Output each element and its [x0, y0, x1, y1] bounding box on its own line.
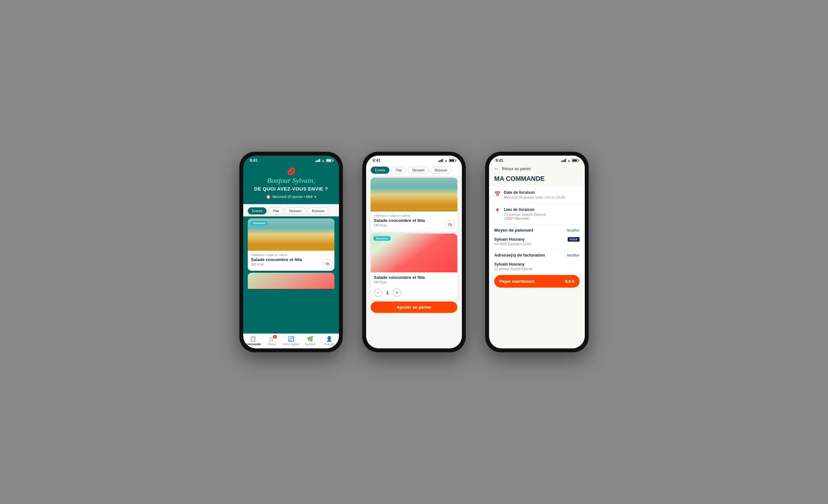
nav-commander-label: Commander [244, 343, 261, 346]
time-3: 9:41 [496, 158, 503, 163]
pay-amount: 9,6 € [565, 279, 574, 284]
tab-entree-2[interactable]: Entrée [371, 167, 389, 174]
bottom-nav: 📋 Commander 🛒 1 Panier 🔄 Déconsigner [243, 334, 339, 348]
tab-plat-1[interactable]: Plat [268, 207, 283, 214]
delivery-place-label: Lieu de livraison [504, 207, 546, 212]
nav-compte[interactable]: 👤 Compte [320, 336, 339, 346]
card-number: •••• 9605 Expiration 12/22 [494, 242, 580, 246]
payment-title: Moyen de paiement [494, 228, 533, 233]
status-bar-1: 9:41 ▲ [243, 156, 339, 164]
food-kcal-2b: 540 Kcal [374, 281, 454, 284]
calendar-icon: 📅 [494, 191, 501, 197]
date-text: Mercredi 20 janvier • Midi [273, 195, 313, 199]
nav-panier-label: Panier [268, 343, 276, 346]
delivery-place-line1: 13 avenue Joseph Étienne [504, 213, 546, 216]
quantity-value: 1 [386, 290, 389, 295]
decrease-qty-btn[interactable]: − [374, 289, 382, 297]
phone-2: 9:41 ▲ Entrée Plat Dessert Boisson [362, 152, 466, 352]
payment-card-section: Sylvain Hourany VISA •••• 9605 Expiratio… [489, 235, 585, 249]
billing-header: Adresse(s) de facturation Modifier [489, 249, 585, 259]
wifi-icon-2: ▲ [444, 159, 448, 162]
payment-holder-name: Sylvain Hourany [494, 237, 525, 242]
food-name-2a: Salade concombre et fêta [374, 218, 454, 223]
nutrition-icon: 🌿 [307, 336, 314, 342]
food-card-1b[interactable] [248, 273, 334, 289]
back-label: Retour au panier [502, 167, 531, 171]
food-tag-1: Athlétique • Léger en calorie [251, 253, 331, 256]
status-bar-3: 9:41 ▲ [489, 156, 585, 164]
add-to-cart-button[interactable]: Ajouter au panier [371, 301, 457, 313]
clock-icon: ⏰ [266, 195, 271, 199]
wifi-icon-1: ▲ [322, 159, 325, 162]
order-title: MA COMMANDE [489, 175, 585, 186]
chevron-icon: ▾ [315, 195, 316, 199]
delivery-place-section: 📍 Lieu de livraison 13 avenue Joseph Éti… [489, 204, 585, 224]
nav-deconsigner[interactable]: 🔄 Déconsigner [281, 336, 300, 346]
category-tabs-1: Entrée Plat Dessert Boisson [243, 204, 339, 216]
tab-boisson-1[interactable]: Boisson [307, 207, 329, 214]
wifi-icon-3: ▲ [567, 159, 571, 162]
lips-icon: 💋 [249, 167, 333, 176]
phone-1: 9:41 ▲ 💋 Bonjour Sylvain, DE QUOI AVEZ-V… [239, 152, 343, 352]
payment-header: Moyen de paiement Modifier [489, 224, 585, 235]
category-tabs-2: Entrée Plat Dessert Boisson [366, 164, 462, 176]
panier-badge: 1 [273, 335, 277, 339]
tab-dessert-1[interactable]: Dessert [285, 207, 306, 214]
nav-panier[interactable]: 🛒 1 Panier [262, 336, 281, 346]
billing-name: Sylvain Hourany [494, 262, 580, 266]
phone-3: 9:41 ▲ ← Retour au panier MA COMMANDE [485, 152, 589, 352]
battery-icon-1 [326, 159, 332, 162]
location-icon: 📍 [494, 208, 501, 214]
billing-card-section: Sylvain Hourany 13 avenue Joseph Étienne [489, 259, 585, 274]
food-card-1[interactable]: Nouveau Athlétique • Léger en calorie Sa… [248, 218, 334, 271]
add-to-cart-1[interactable]: 🛍 [323, 259, 332, 268]
tab-entree-1[interactable]: Entrée [248, 207, 266, 214]
quantity-row: − 1 + [371, 286, 457, 300]
nav-nutrition-label: Nutrition [305, 343, 316, 346]
increase-qty-btn[interactable]: + [392, 289, 401, 297]
status-bar-2: 9:41 ▲ [366, 156, 462, 164]
back-row[interactable]: ← Retour au panier [489, 164, 585, 175]
tab-dessert-2[interactable]: Dessert [408, 167, 428, 174]
tab-plat-2[interactable]: Plat [391, 167, 406, 174]
signal-icon-2 [438, 159, 443, 162]
payment-modifier[interactable]: Modifier [567, 228, 580, 232]
nav-deconsigner-label: Déconsigner [283, 343, 299, 346]
food-image-1: Nouveau [248, 218, 334, 251]
pay-label: Payer maintenant [499, 279, 534, 284]
nouveau-badge-2: Nouveau [373, 236, 391, 241]
food-kcal-1: 540 Kcal [251, 263, 331, 266]
signal-icon-1 [315, 159, 320, 162]
pay-button[interactable]: Payer maintenant 9,6 € [494, 275, 580, 288]
billing-modifier[interactable]: Modifier [567, 253, 580, 257]
tab-boisson-2[interactable]: Boisson [430, 167, 452, 174]
billing-address: 13 avenue Joseph Étienne [494, 267, 580, 271]
commander-icon: 📋 [250, 336, 256, 342]
food-tag-2a: Athlétique • Léger en calorie [374, 214, 454, 217]
visa-badge: VISA [568, 237, 580, 242]
food-name-2b: Salade concombre et fêta [374, 275, 454, 280]
food-card-2b[interactable]: Nouveau Salade concombre et fêta 540 Kca… [371, 234, 457, 300]
food-card-2a[interactable]: Athlétique • Léger en calorie Salade con… [371, 178, 457, 232]
add-to-cart-2a[interactable]: 🛍 [446, 220, 455, 229]
battery-icon-2 [449, 159, 455, 162]
nav-compte-label: Compte [324, 343, 335, 346]
deconsigner-icon: 🔄 [288, 336, 294, 342]
nav-commander[interactable]: 📋 Commander [243, 336, 262, 346]
delivery-date-value: Mercredi 20 janvier entre 11h et 11h30 [504, 196, 565, 199]
back-arrow-icon: ← [494, 166, 499, 172]
food-kcal-2a: 540 Kcal [374, 223, 454, 227]
time-2: 9:41 [373, 158, 380, 163]
food-image-2b: Nouveau [371, 234, 457, 272]
compte-icon: 👤 [326, 336, 332, 342]
delivery-date-label: Date de livraison [504, 190, 565, 195]
delivery-place-line2: 13007 Marseille [504, 216, 546, 220]
time-1: 9:41 [250, 158, 257, 163]
delivery-date-section: 📅 Date de livraison Mercredi 20 janvier … [489, 186, 585, 204]
food-name-1: Salade concombre et fêta [251, 257, 331, 262]
nav-nutrition[interactable]: 🌿 Nutrition [301, 336, 320, 346]
greeting-text: Bonjour Sylvain, [249, 176, 333, 185]
question-text: DE QUOI AVEZ-VOUS ENVIE ? [249, 186, 333, 192]
panier-icon: 🛒 1 [269, 336, 275, 342]
date-selector[interactable]: ⏰ Mercredi 20 janvier • Midi ▾ [249, 195, 333, 199]
